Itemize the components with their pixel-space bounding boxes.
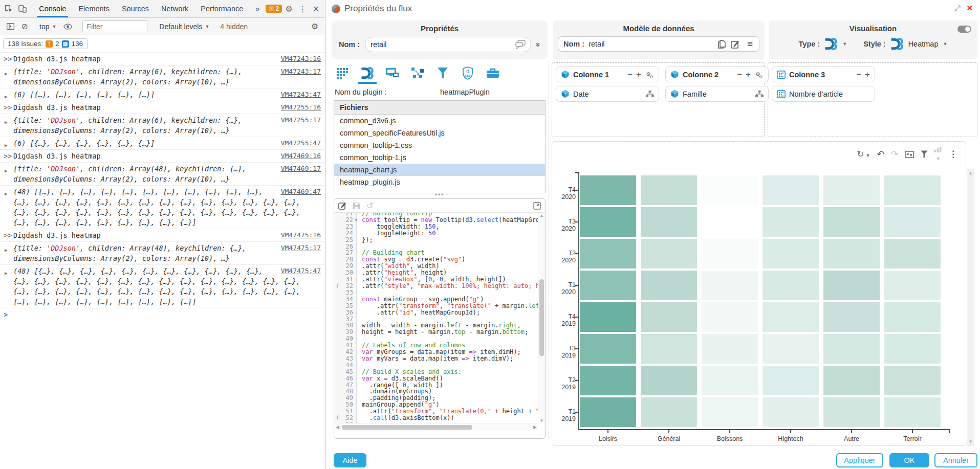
heatmap-cell[interactable] [823,175,880,205]
column-settings-icon[interactable]: ⚙⚙ [754,71,764,79]
close-devtools-icon[interactable]: ✕ [309,0,323,17]
d3-tab-icon[interactable] [360,65,375,81]
source-link[interactable]: VM47255:17 [281,115,321,125]
heatmap-cell[interactable] [580,271,636,300]
heatmap-cell[interactable] [702,366,758,395]
device-toolbar-icon[interactable] [16,0,30,17]
comment-bubble-icon[interactable]: ··· [515,39,526,50]
expand-triangle-icon[interactable]: ▶ [5,117,7,127]
file-row[interactable]: common_d3v6.js [334,115,545,127]
source-link[interactable]: VM47475:47 [281,266,321,276]
heatmap-cell[interactable] [641,271,697,300]
column-3-header[interactable]: Colonne 3 − + [772,66,875,82]
expand-more-chevrons-icon[interactable]: » [534,42,542,47]
source-link[interactable]: VM47475:17 [281,243,321,253]
tab-sources[interactable]: Sources [116,0,155,17]
hierarchy-icon[interactable] [646,91,654,98]
file-row[interactable]: common_tooltip-1.css [334,139,545,151]
heatmap-cell[interactable] [884,175,941,205]
close-dialog-icon[interactable]: ✕ [966,4,973,13]
source-link[interactable]: VM47469:47 [281,187,321,197]
remove-column-button[interactable]: − [737,70,742,79]
heatmap-cell[interactable] [763,207,819,237]
visualisation-toggle[interactable] [957,26,971,33]
heatmap-cell[interactable] [763,397,819,427]
heatmap-cell[interactable] [884,207,941,237]
console-settings-gear-icon[interactable]: ⚙ [308,21,322,31]
log-levels-selector[interactable]: Default levels▼ [155,23,213,31]
annuler-button[interactable]: Annuler [934,453,977,467]
heatmap-cell[interactable] [884,366,941,395]
copy-model-icon[interactable] [718,40,726,49]
context-selector[interactable]: top▼ [35,23,60,31]
source-link[interactable]: VM47475:16 [281,230,321,240]
heatmap-cell[interactable] [641,302,697,332]
heatmap-cell[interactable] [702,207,758,237]
code-line[interactable]: i32.attr("style", "max-width: 100%; heig… [334,283,545,289]
kebab-menu-icon[interactable]: ⋮ [296,0,310,17]
heatmap-cell[interactable] [763,239,819,269]
appliquer-button[interactable]: Appliquer [836,453,883,467]
source-link[interactable]: VM47469:17 [281,164,321,174]
heatmap-cell[interactable] [580,397,636,427]
heatmap-cell[interactable] [580,334,636,364]
heatmap-cell[interactable] [763,366,819,395]
source-link[interactable]: VM47469:16 [281,151,321,161]
heatmap-cell[interactable] [641,397,697,427]
hierarchy-icon[interactable] [755,91,764,98]
grid-tab-icon[interactable] [335,65,350,81]
file-row[interactable]: common_specificFeaturesUtil.js [334,127,545,139]
expand-triangle-icon[interactable]: ▶ [5,69,7,79]
issues-badge[interactable]: !2 [266,5,282,13]
heatmap-cell[interactable] [702,302,758,332]
remove-column-button[interactable]: − [627,70,633,79]
resize-grip[interactable]: ••• [435,193,445,196]
expand-triangle-icon[interactable]: ▶ [5,245,7,255]
heatmap-cell[interactable] [641,334,697,364]
clear-console-icon[interactable]: ⊘ [17,21,32,31]
heatmap-cell[interactable] [702,239,758,269]
tab-performance[interactable]: Performance [194,0,249,17]
expand-triangle-icon[interactable]: ▶ [5,140,7,150]
tab-console[interactable]: Console [33,0,72,17]
heatmap-cell[interactable] [763,175,819,205]
heatmap-cell[interactable] [823,334,880,364]
code-line[interactable]: 39height = height - margin.top - margin.… [334,329,545,336]
style-d3-icon[interactable] [890,37,904,51]
code-line[interactable]: 36 .attr("id", heatMapGroupId); [334,309,545,316]
heatmap-cell[interactable] [884,271,941,300]
share-arrows-tab-icon[interactable] [410,65,425,81]
ok-button[interactable]: OK [889,453,929,467]
heatmap-cell[interactable] [580,175,636,205]
column-2-item[interactable]: Famille [665,86,769,102]
column-1-item[interactable]: Date [556,86,659,102]
console-prompt[interactable] [13,310,17,319]
filter-tab-icon[interactable] [435,65,450,81]
heatmap-cell[interactable] [580,239,636,269]
file-row[interactable]: heatmap_plugin.js [334,176,545,188]
source-link[interactable]: VM47243:17 [281,66,321,77]
css-shield-tab-icon[interactable]: {}css [460,65,475,81]
heatmap-cell[interactable] [641,175,697,205]
heatmap-cell[interactable] [763,271,819,300]
heatmap-cell[interactable] [641,239,697,269]
add-column-button[interactable]: + [636,70,641,79]
source-link[interactable]: VM47243:47 [281,90,321,100]
source-link[interactable]: VM47255:16 [281,102,321,113]
heatmap-cell[interactable] [702,175,758,205]
heatmap-cell[interactable] [580,302,636,332]
devices-tab-icon[interactable] [385,65,400,81]
tab-network[interactable]: Network [155,0,194,17]
style-value[interactable]: Heatmap [908,40,939,48]
aide-button[interactable]: Aide [334,453,366,467]
heatmap-cell[interactable] [823,366,880,395]
tab-elements[interactable]: Elements [72,0,115,17]
heatmap-cell[interactable] [580,366,636,395]
heatmap-cell[interactable] [884,302,941,332]
heatmap-cell[interactable] [641,366,697,395]
revert-file-icon[interactable]: ↺ [366,201,373,211]
expand-triangle-icon[interactable]: ▶ [5,268,7,278]
edit-model-icon[interactable] [731,40,739,49]
expand-triangle-icon[interactable]: ▶ [5,92,7,102]
inspect-element-icon[interactable] [2,0,16,17]
